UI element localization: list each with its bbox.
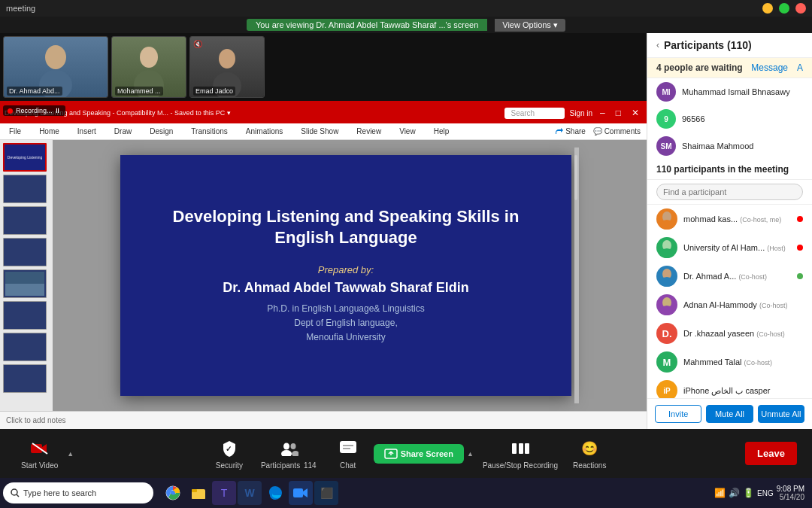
participant-mohmad[interactable]: mohmad kas... (Co-host, me) (647, 205, 812, 233)
participant-search-input[interactable] (656, 184, 803, 200)
toolbar-center: ✓ Security Participants 114 (207, 435, 613, 473)
slide-thumb-4[interactable] (3, 238, 47, 266)
battery-icon: 🔋 (743, 488, 754, 498)
ribbon-draw[interactable]: Draw (111, 126, 135, 137)
unmute-all-button[interactable]: Unmute All (758, 405, 804, 423)
participant-avatar-1 (656, 237, 677, 258)
slide-thumb-1[interactable]: Developing Listening (3, 143, 47, 172)
chevron-left-icon[interactable]: ‹ (656, 40, 659, 50)
network-icon: 📶 (714, 488, 726, 498)
participants-button[interactable]: Participants 114 (255, 435, 323, 473)
ribbon-home[interactable]: Home (36, 126, 62, 137)
video-thumb-0[interactable]: Dr. Ahmad Abd... (3, 36, 108, 98)
video-thumb-1[interactable]: Mohammed ... (111, 36, 186, 98)
waiting-avatar-2: SM (656, 136, 676, 156)
ppt-title-text: Developing Listening and Speaking - Comp… (5, 109, 500, 117)
slide-thumb-6[interactable] (3, 301, 47, 330)
maximize-button[interactable] (779, 3, 789, 14)
taskbar-app-edge[interactable] (263, 481, 287, 505)
taskbar-search-box[interactable]: Type here to search (3, 482, 153, 503)
close-button[interactable] (795, 3, 806, 14)
svg-point-4 (219, 49, 235, 68)
ribbon-slideshow[interactable]: Slide Show (298, 126, 341, 137)
ribbon-insert[interactable]: Insert (74, 126, 99, 137)
slide-scrollbar[interactable] (574, 148, 579, 403)
title-bar: meeting (0, 0, 812, 17)
svg-point-7 (659, 220, 674, 230)
waiting-message-link[interactable]: Message (751, 62, 788, 73)
pause-stop-icon (510, 438, 531, 459)
participant-iphone[interactable]: iP iPhone ب الخاص casper (647, 376, 812, 398)
taskbar-app-explorer[interactable] (186, 481, 211, 505)
waiting-item-2[interactable]: SM Shaimaa Mahmood (647, 132, 812, 160)
waiting-item-1[interactable]: 9 96566 (647, 105, 812, 132)
comments-button[interactable]: 💬 Comments (593, 127, 641, 135)
taskbar-right: 📶 🔊 🔋 ENG 9:08 PM 5/14/20 (714, 485, 809, 501)
taskbar-app-chrome[interactable] (161, 481, 185, 505)
video-thumb-2[interactable]: 🔇 Emad Jadco (189, 36, 265, 98)
ribbon-file[interactable]: File (6, 126, 24, 137)
security-button[interactable]: ✓ Security (207, 435, 252, 473)
minimize-button[interactable] (762, 3, 773, 14)
slide-thumb-8[interactable] (3, 364, 47, 393)
ribbon-review[interactable]: Review (353, 126, 384, 137)
ppt-minimize-btn[interactable]: – (597, 108, 608, 118)
participant-dr-ahmad[interactable]: Dr. Ahmad A... (Co-host) (647, 262, 812, 291)
slide-thumb-3[interactable] (3, 206, 47, 235)
taskbar-app-zoom[interactable] (289, 481, 313, 505)
svg-point-28 (11, 489, 17, 495)
start-video-button[interactable]: Start Video (15, 435, 64, 473)
slide-thumb-2[interactable] (3, 175, 47, 203)
svg-rect-35 (293, 488, 303, 497)
waiting-bar: 4 people are waiting Message A (647, 58, 812, 78)
taskbar-app-teams[interactable]: T (212, 481, 236, 505)
mute-icon-2: 🔇 (193, 40, 202, 48)
video-chevron-icon[interactable]: ▲ (67, 450, 74, 458)
security-label: Security (216, 461, 243, 470)
participants-header: ‹ Participants (110) (647, 33, 812, 58)
share-button[interactable]: Share (555, 127, 586, 136)
share-chevron-icon[interactable]: ▲ (467, 450, 474, 458)
video-label-0: Dr. Ahmad Abd... (7, 87, 62, 96)
video-label-2: Emad Jadco (193, 87, 235, 96)
chat-icon (338, 438, 359, 459)
ppt-restore-btn[interactable]: □ (613, 108, 624, 118)
view-options-button[interactable]: View Options ▾ (495, 19, 565, 32)
taskbar: Type here to search T W ⬛ 📶 🔊 🔋 ENG 9:08 (0, 478, 812, 508)
waiting-list: MI Muhammad Ismail Bhnasawy 9 96566 SM S… (647, 78, 812, 160)
search-bar (647, 180, 812, 205)
participant-university[interactable]: University of Al Ham... (Host) (647, 233, 812, 262)
pause-recording-button[interactable]: Pause/Stop Recording (477, 435, 564, 473)
ppt-close-btn[interactable]: ✕ (629, 108, 642, 118)
leave-button[interactable]: Leave (745, 442, 797, 465)
waiting-admit-link[interactable]: A (797, 62, 803, 73)
ribbon-transitions[interactable]: Transitions (188, 126, 231, 137)
video-row: Dr. Ahmad Abd... Mohammed ... (0, 33, 647, 101)
invite-button[interactable]: Invite (655, 405, 701, 423)
ribbon-animations[interactable]: Animations (243, 126, 286, 137)
reactions-button[interactable]: 😊 Reactions (567, 435, 612, 473)
mic-active-icon-2 (797, 273, 803, 279)
ribbon-help[interactable]: Help (431, 126, 453, 137)
mic-active-icon-0 (797, 216, 803, 222)
chat-button[interactable]: Chat (326, 435, 371, 473)
sign-in-link[interactable]: Sign in (569, 109, 592, 117)
slide-thumb-7[interactable] (3, 333, 47, 361)
slide-author: Dr. Ahmad Abdel Tawwab Sharaf Eldin (223, 280, 468, 296)
waiting-item-0[interactable]: MI Muhammad Ismail Bhnasawy (647, 78, 812, 105)
participant-avatar-0 (656, 208, 677, 230)
taskbar-app-other[interactable]: ⬛ (314, 481, 338, 505)
ribbon-design[interactable]: Design (147, 126, 176, 137)
ribbon-view[interactable]: View (396, 126, 419, 137)
svg-point-0 (45, 45, 66, 69)
participant-khazaal[interactable]: D. Dr .khazaal yaseen (Co-host) (647, 319, 812, 348)
participant-adnan[interactable]: Adnan Al-Hammody (Co-host) (647, 291, 812, 319)
ppt-search-box[interactable]: Search (504, 108, 565, 119)
left-panel: Dr. Ahmad Abd... Mohammed ... (0, 33, 647, 429)
share-screen-button[interactable]: Share Screen (374, 444, 464, 464)
slide-thumb-5[interactable] (3, 269, 47, 298)
participant-mahmmed[interactable]: M Mahmmed Talal (Co-host) (647, 348, 812, 376)
mic-active-icon-1 (797, 245, 803, 251)
mute-all-button[interactable]: Mute All (706, 405, 753, 423)
taskbar-app-word[interactable]: W (238, 481, 262, 505)
